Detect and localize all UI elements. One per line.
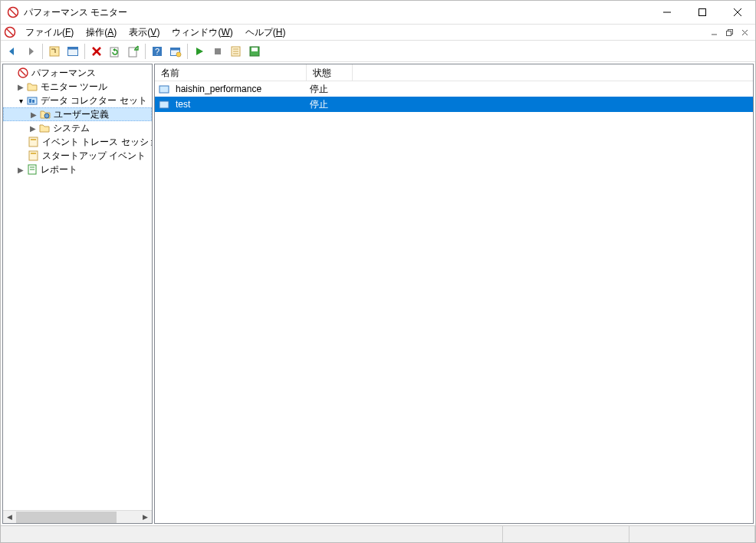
toolbar-separator <box>187 44 188 59</box>
menu-window[interactable]: ウィンドウ(W) <box>166 25 238 41</box>
svg-line-1 <box>10 9 16 15</box>
delete-button[interactable] <box>88 43 105 60</box>
svg-point-22 <box>176 52 181 57</box>
mdi-restore-button[interactable] <box>721 25 737 39</box>
statusbar <box>1 525 755 542</box>
tree-user-defined[interactable]: ▶ ユーザー定義 <box>3 107 152 121</box>
statusbar-pane <box>503 526 629 542</box>
close-button[interactable] <box>720 1 755 24</box>
svg-rect-10 <box>726 31 731 35</box>
tree-pane: パフォーマンス ▶ モニター ツール ▾ データ コレクター セット ▶ ユーザ… <box>2 64 153 524</box>
scroll-thumb[interactable] <box>16 512 117 523</box>
svg-text:?: ? <box>155 47 159 56</box>
tree-data-collector-sets[interactable]: ▾ データ コレクター セット <box>3 94 152 107</box>
svg-rect-38 <box>29 151 38 160</box>
column-name-header[interactable]: 名前 <box>155 64 307 81</box>
list-row[interactable]: test 停止 <box>155 97 753 112</box>
svg-rect-21 <box>171 48 180 50</box>
list-row[interactable]: haishin_performance 停止 <box>155 81 753 97</box>
svg-rect-33 <box>29 99 31 103</box>
folder-icon <box>38 122 51 134</box>
tree-reports[interactable]: ▶ レポート <box>3 163 152 176</box>
menu-action[interactable]: 操作(A) <box>80 25 123 41</box>
svg-rect-37 <box>31 139 36 140</box>
titlebar: パフォーマンス モニター <box>1 1 755 24</box>
list-cell-name: test <box>155 98 307 110</box>
tree-content: パフォーマンス ▶ モニター ツール ▾ データ コレクター セット ▶ ユーザ… <box>3 64 152 510</box>
svg-rect-36 <box>29 137 38 146</box>
tree-label: データ コレクター セット <box>41 94 147 107</box>
menubar: ファイル(F) 操作(A) 表示(V) ウィンドウ(W) ヘルプ(H) <box>1 24 755 41</box>
tree-startup-event-trace[interactable]: スタートアップ イベント トレース <box>3 149 152 163</box>
menu-view[interactable]: 表示(V) <box>123 25 166 41</box>
list-cell-name: haishin_performance <box>155 83 307 95</box>
svg-rect-43 <box>159 86 169 93</box>
collector-set-icon <box>158 98 170 110</box>
scroll-track[interactable] <box>16 512 139 523</box>
stop-button[interactable] <box>209 43 226 60</box>
svg-line-7 <box>7 29 13 35</box>
expander-icon[interactable]: ▾ <box>15 97 26 105</box>
tree-label: レポート <box>41 163 77 176</box>
user-folder-icon <box>39 108 51 120</box>
expander-icon[interactable]: ▶ <box>15 166 26 174</box>
tree-root-performance[interactable]: パフォーマンス <box>3 66 152 80</box>
collector-icon <box>26 94 38 107</box>
refresh-button[interactable] <box>107 43 123 60</box>
toolbar-separator <box>42 44 43 59</box>
svg-rect-39 <box>31 153 36 154</box>
app-icon-small <box>4 26 16 38</box>
properties-button[interactable] <box>64 43 81 60</box>
trace-icon <box>28 136 40 148</box>
tree-label: パフォーマンス <box>31 67 96 80</box>
collector-set-icon <box>158 83 170 95</box>
svg-rect-23 <box>215 48 221 54</box>
scroll-left-button[interactable]: ◀ <box>3 512 16 523</box>
back-button[interactable] <box>4 43 21 60</box>
perfmon-icon <box>17 67 29 79</box>
toolbar-separator <box>84 44 85 59</box>
tree-label: ユーザー定義 <box>54 108 109 121</box>
tree-hscrollbar[interactable]: ◀ ▶ <box>3 510 152 523</box>
tree-label: スタートアップ イベント トレース <box>42 150 152 163</box>
log-properties-button[interactable] <box>228 43 245 60</box>
start-button[interactable] <box>191 43 208 60</box>
trace-icon <box>28 150 40 162</box>
menu-help[interactable]: ヘルプ(H) <box>239 25 292 41</box>
menu-file[interactable]: ファイル(F) <box>19 25 80 41</box>
save-template-button[interactable] <box>246 43 263 60</box>
minimize-button[interactable] <box>649 1 685 24</box>
statusbar-pane <box>1 526 503 542</box>
mdi-minimize-button[interactable] <box>706 25 721 39</box>
expander-icon[interactable]: ▶ <box>28 110 39 119</box>
column-status-header[interactable]: 状態 <box>307 64 353 81</box>
toolbar-separator <box>145 44 146 59</box>
svg-rect-34 <box>32 100 35 103</box>
maximize-button[interactable] <box>685 1 720 24</box>
expander-icon[interactable]: ▶ <box>15 83 26 91</box>
list-pane: 名前 状態 haishin_performance 停止 test 停止 <box>154 64 754 524</box>
svg-rect-44 <box>159 101 169 108</box>
list-cell-status: 停止 <box>307 83 353 96</box>
svg-rect-29 <box>251 48 258 51</box>
list-body: haishin_performance 停止 test 停止 <box>155 81 753 523</box>
export-button[interactable] <box>125 43 142 60</box>
window-controls <box>649 1 755 24</box>
new-window-button[interactable] <box>167 43 184 60</box>
mdi-controls <box>706 25 752 39</box>
row-name: haishin_performance <box>176 84 261 94</box>
help-button[interactable]: ? <box>149 43 166 60</box>
tree-event-trace[interactable]: イベント トレース セッション <box>3 135 152 149</box>
show-hide-tree-button[interactable] <box>46 43 63 60</box>
expander-icon[interactable]: ▶ <box>28 124 38 133</box>
list-cell-status: 停止 <box>307 98 353 111</box>
svg-rect-3 <box>699 9 706 16</box>
svg-rect-13 <box>50 47 59 56</box>
tree-monitor-tools[interactable]: ▶ モニター ツール <box>3 80 152 94</box>
forward-button[interactable] <box>22 43 39 60</box>
tree-label: モニター ツール <box>41 81 107 94</box>
mdi-close-button[interactable] <box>737 25 752 39</box>
tree-label: イベント トレース セッション <box>42 136 152 149</box>
scroll-right-button[interactable]: ▶ <box>139 512 152 523</box>
tree-system[interactable]: ▶ システム <box>3 121 152 135</box>
